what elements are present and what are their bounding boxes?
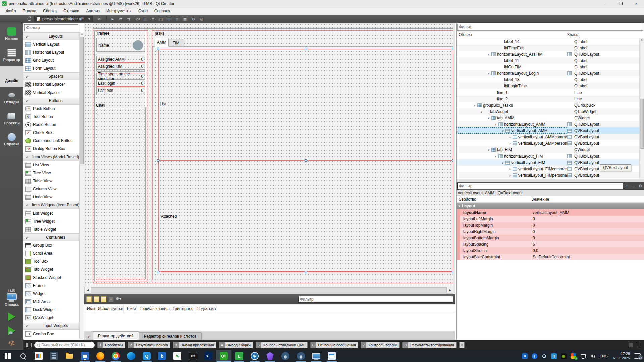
object-tree-row[interactable]: horizontalLayout_Login QHBoxLayout	[457, 70, 644, 76]
widget-box-row[interactable]: ∨ Check Box	[23, 129, 84, 137]
expand-chevron-icon[interactable]	[507, 141, 513, 145]
menu-item[interactable]: Анализ	[83, 8, 103, 14]
dock-chevron-icon[interactable]: ∨	[84, 335, 93, 340]
panel-splitter[interactable]	[457, 179, 644, 182]
menu-item[interactable]: Файл	[3, 8, 19, 14]
selection-handle[interactable]	[452, 48, 453, 50]
selection-handle[interactable]	[157, 48, 159, 50]
widget-box-row[interactable]: ∨ Column View	[23, 185, 84, 193]
property-value[interactable]: 6	[531, 242, 535, 247]
widget-box-row[interactable]: ∨ Push Button	[23, 105, 84, 113]
property-value[interactable]: 0	[531, 223, 535, 228]
property-row[interactable]: layoutLeftMargin 0	[457, 216, 644, 222]
tray-mail-icon[interactable]: ✉	[522, 353, 528, 359]
property-value[interactable]: 0	[531, 217, 535, 221]
presentation-app-icon[interactable]	[31, 350, 46, 362]
layout-form-icon[interactable]: ⊞	[174, 16, 180, 22]
widget-box-row[interactable]: ∨ Combo Box	[23, 330, 84, 338]
widget-box-row[interactable]: ∨ Item Widgets (Item-Based)	[23, 201, 84, 209]
object-tree-row[interactable]: lblLoginTime QLabel	[457, 83, 644, 89]
object-tree-row[interactable]: lblCntFIM QLabel	[457, 64, 644, 70]
layout-splitter-vertical-icon[interactable]: ⊟	[166, 16, 172, 22]
property-value[interactable]: SetDefaultConstraint	[531, 255, 570, 259]
kit-selector-icon[interactable]: ▸	[7, 293, 17, 300]
property-value[interactable]: 0	[531, 229, 535, 234]
widget-box-row[interactable]: ∨ Undo View	[23, 193, 84, 201]
scrollbar-thumb[interactable]	[80, 37, 84, 164]
notification-center-icon[interactable]: 14	[634, 353, 641, 359]
property-row[interactable]: layoutTopMargin 0	[457, 222, 644, 228]
file-explorer-icon[interactable]	[62, 350, 77, 362]
remove-property-button[interactable]: −	[631, 183, 637, 189]
selection-handle[interactable]	[157, 271, 159, 273]
widget-box-row[interactable]: ∨ Group Box	[23, 241, 84, 249]
build-progress-icon[interactable]	[629, 343, 633, 347]
expand-chevron-icon[interactable]	[507, 173, 513, 177]
property-row[interactable]: layoutSizeConstraint SetDefaultConstrain…	[457, 254, 644, 260]
tray-nvidia-icon[interactable]	[561, 353, 567, 359]
property-row[interactable]: layoutBottomMargin 0	[457, 235, 644, 241]
minimize-button[interactable]: –	[598, 0, 613, 7]
expand-chevron-icon[interactable]	[486, 116, 491, 120]
notes-app-icon[interactable]	[170, 350, 185, 362]
layout-grid-icon[interactable]: ▦	[182, 16, 189, 22]
search-button[interactable]	[15, 350, 31, 362]
widget-box-row[interactable]: ∨ Spacers	[23, 72, 84, 80]
debug-run-button[interactable]	[8, 326, 15, 335]
widget-box-row[interactable]: ∨ Horizontal Spacer	[23, 80, 84, 88]
object-column-header[interactable]: Объект	[457, 32, 567, 37]
language-indicator[interactable]: ENG	[600, 354, 608, 358]
tab-amm[interactable]: AMM	[155, 38, 169, 47]
action-editor-filter-input[interactable]	[298, 296, 453, 303]
edit-action-icon[interactable]	[94, 296, 99, 302]
dbeaver-icon[interactable]	[247, 350, 262, 362]
expand-chevron-icon[interactable]	[472, 104, 477, 107]
menu-item[interactable]: Правка	[19, 8, 40, 14]
qt-creator-icon[interactable]	[216, 350, 231, 362]
widget-box-row[interactable]: ∨ Stacked Widget	[23, 274, 84, 282]
widget-box-row[interactable]: ∨ Table View	[23, 177, 84, 185]
edit-signals-slots-icon[interactable]: ⇄	[117, 16, 124, 22]
chat-group-box[interactable]	[96, 108, 146, 279]
adjust-size-icon[interactable]: ◱	[198, 16, 205, 22]
expand-chevron-icon[interactable]	[507, 167, 513, 171]
selection-handle[interactable]	[452, 159, 453, 162]
open-document-selector[interactable]: personalcardtrainee.ui* ▼	[34, 16, 93, 22]
widget-box-row[interactable]: ∨ Input Widgets	[23, 322, 84, 330]
expand-chevron-icon[interactable]	[507, 135, 513, 139]
backup-app-icon[interactable]	[77, 350, 93, 362]
widget-box-row[interactable]: ∨ Layouts	[23, 32, 84, 40]
tray-bluetooth-icon[interactable]: ᛒ	[532, 353, 537, 359]
selection-handle[interactable]	[452, 271, 453, 273]
mail-app-icon[interactable]	[154, 350, 170, 362]
object-tree-row[interactable]: tab_AMM QWidget	[457, 115, 644, 121]
widget-box-row[interactable]: ∨ List View	[23, 161, 84, 169]
layout-property-group-header[interactable]: Layout	[457, 203, 644, 209]
copy-action-icon[interactable]	[101, 296, 106, 302]
output-pane-button[interactable]: 6 Основные сообщения	[310, 342, 358, 348]
powershell-icon[interactable]	[201, 350, 216, 362]
edge-icon[interactable]	[123, 350, 139, 362]
object-tree-row[interactable]: groupBox_Tasks QGroupBox	[457, 102, 644, 108]
property-value[interactable]: verticalLayout_AMM	[531, 210, 569, 215]
widget-box-row[interactable]: ∨ Table Widget	[23, 225, 84, 233]
clock[interactable]: 17:29 07.11.2025	[612, 352, 630, 360]
action-column-header[interactable]: Триггерное	[170, 304, 194, 313]
property-row[interactable]: layoutSpacing 6	[457, 241, 644, 247]
property-row[interactable]: layoutRightMargin 0	[457, 228, 644, 235]
configure-icon[interactable]: ⚙▾	[116, 296, 123, 302]
vertical-layout-amm-personal[interactable]: Attached	[158, 160, 453, 272]
menu-item[interactable]: Справка	[151, 8, 173, 14]
group-chevron-icon[interactable]	[457, 204, 462, 208]
widget-box-row[interactable]: ∨ Command Link Button	[23, 137, 84, 145]
layout-horizontally-icon[interactable]: |||	[142, 16, 148, 22]
locator-search-box[interactable]: Быстрый поиск (Ctrl+K)	[34, 342, 95, 348]
output-pane-button[interactable]: 8 Результаты тестирования	[402, 342, 457, 348]
property-value[interactable]: 0,0	[531, 248, 538, 253]
widget-box-row[interactable]: ∨ Grid Layout	[23, 56, 84, 64]
expand-chevron-icon[interactable]	[493, 155, 498, 158]
property-value[interactable]: 0	[531, 236, 535, 240]
widget-box-row[interactable]: ∨ Frame	[23, 282, 84, 290]
widget-box-row[interactable]: ∨ Vertical Layout	[23, 40, 84, 48]
widget-box-row[interactable]: ∨ Tab Widget	[23, 265, 84, 274]
